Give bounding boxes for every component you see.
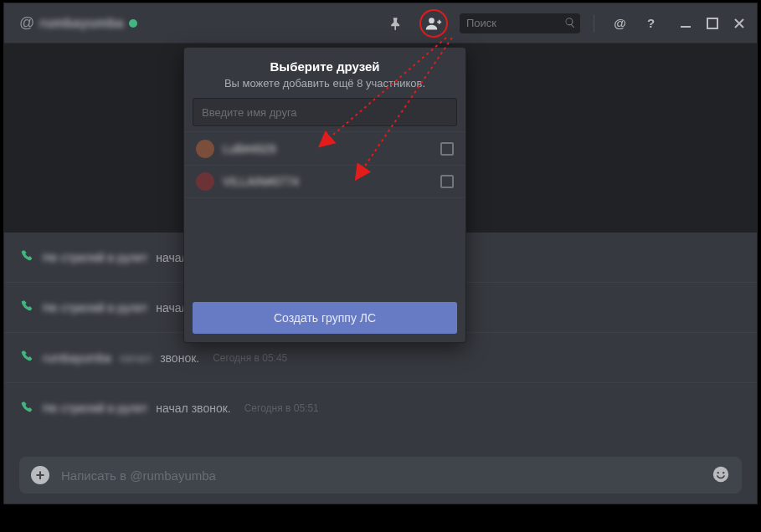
select-friends-popover: Выберите друзей Вы можете добавить ещё 8… <box>183 47 466 343</box>
window-controls <box>676 14 748 33</box>
call-event-row: Не стреляй в рулет начал звонок. Сегодня… <box>4 383 757 433</box>
emoji-button[interactable] <box>712 465 730 486</box>
friend-name: VILLAIN#0774 <box>223 175 299 188</box>
divider <box>594 14 594 33</box>
close-button[interactable] <box>730 14 748 33</box>
event-username: Не стреляй в рулет <box>43 251 147 264</box>
popover-subtitle: Вы можете добавить ещё 8 участников. <box>193 77 457 90</box>
event-text: начал звонок. <box>156 402 230 415</box>
phone-icon <box>21 249 34 265</box>
mentions-icon[interactable]: @ <box>608 12 631 35</box>
message-placeholder: Написать в @rumbayumba <box>61 468 700 483</box>
maximize-button[interactable] <box>703 14 722 33</box>
friend-avatar <box>196 172 214 191</box>
friend-checkbox[interactable] <box>440 175 454 188</box>
channel-title: @ rumbayumba <box>19 14 137 32</box>
message-input[interactable]: + Написать в @rumbayumba <box>19 457 742 494</box>
phone-icon <box>21 401 34 417</box>
event-text: звонок. <box>160 351 199 365</box>
friend-list: Lulli#4929 VILLAIN#0774 <box>184 131 465 302</box>
friend-row[interactable]: Lulli#4929 <box>184 131 465 165</box>
phone-icon <box>21 299 34 315</box>
help-icon[interactable]: ? <box>640 12 663 35</box>
popover-title: Выберите друзей <box>193 59 457 74</box>
header-bar: @ rumbayumba Поиск @ ? <box>4 3 757 43</box>
attach-button[interactable]: + <box>31 466 49 484</box>
event-username: rumbayumba <box>43 351 111 365</box>
friend-search-placeholder: Введите имя друга <box>202 106 297 119</box>
event-timestamp: Сегодня в 05:45 <box>213 352 287 364</box>
svg-rect-3 <box>681 26 691 28</box>
event-timestamp: Сегодня в 05:51 <box>244 402 319 414</box>
status-online-icon <box>129 19 137 28</box>
svg-point-5 <box>713 466 728 481</box>
svg-rect-4 <box>707 18 717 28</box>
event-username: Не стреляй в рулет <box>43 402 147 415</box>
channel-username: rumbayumba <box>39 16 123 31</box>
svg-text:@: @ <box>614 16 626 30</box>
friend-name: Lulli#4929 <box>223 142 276 156</box>
search-icon <box>564 17 576 31</box>
search-placeholder: Поиск <box>466 17 496 29</box>
svg-point-6 <box>717 471 719 473</box>
minimize-button[interactable] <box>676 14 695 33</box>
svg-point-0 <box>429 18 434 23</box>
friend-row[interactable]: VILLAIN#0774 <box>184 165 465 198</box>
friend-search-input[interactable]: Введите имя друга <box>193 98 457 126</box>
phone-icon <box>21 350 34 366</box>
search-input[interactable]: Поиск <box>460 13 580 33</box>
create-group-button[interactable]: Создать группу ЛС <box>193 302 457 334</box>
svg-point-7 <box>722 471 724 473</box>
add-friends-button[interactable] <box>419 9 448 38</box>
friend-checkbox[interactable] <box>440 142 454 156</box>
at-symbol: @ <box>19 14 34 32</box>
friend-avatar <box>196 140 214 158</box>
event-username: Не стреляй в рулет <box>43 301 147 315</box>
pin-icon[interactable] <box>384 12 408 35</box>
event-extra: начал <box>120 351 152 365</box>
svg-text:?: ? <box>647 16 655 30</box>
app-window: @ rumbayumba Поиск @ ? <box>3 3 758 504</box>
